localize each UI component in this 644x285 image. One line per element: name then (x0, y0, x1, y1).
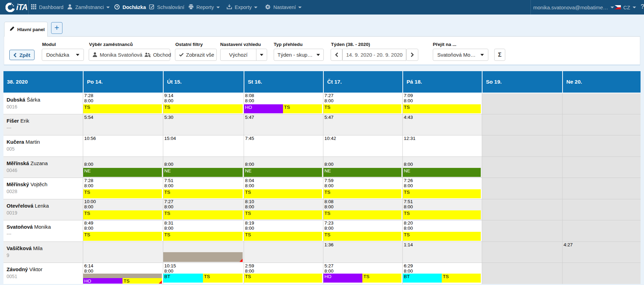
day-cell[interactable] (562, 263, 641, 284)
day-cell[interactable]: 7:45 (244, 135, 323, 156)
day-cell[interactable]: 8:00NE (323, 157, 402, 178)
day-cell[interactable]: 10:42 (323, 135, 402, 156)
absence-bar: TS (244, 189, 322, 198)
user-icon (67, 4, 72, 11)
day-cell[interactable]: 7:598:00TS (323, 178, 402, 199)
day-cell[interactable]: 5:54 (83, 114, 163, 135)
show-all-button[interactable]: Zobrazit vše (175, 49, 217, 61)
day-cell[interactable]: 8:00NE (402, 157, 482, 178)
day-cell[interactable]: 1:36 (323, 242, 402, 263)
day-cell[interactable]: 2:598:00TS (244, 263, 323, 284)
day-cell[interactable] (482, 135, 562, 156)
appearance-select[interactable]: Výchozí (220, 49, 267, 61)
day-cell[interactable]: 7:278:00TS (163, 199, 244, 220)
day-cell[interactable]: 12:31 (402, 135, 482, 156)
nav-item-dashboard[interactable]: Dashboard (31, 0, 64, 15)
day-cell[interactable] (482, 242, 562, 263)
week-prev-button[interactable] (331, 49, 342, 61)
day-cell[interactable] (562, 135, 641, 156)
employee-name-cell[interactable]: Závodný Viktor0051 (3, 263, 83, 284)
day-cell[interactable] (244, 242, 323, 263)
day-cell[interactable]: 8:498:00TS (83, 220, 163, 241)
employee-name-cell[interactable]: Dubská Šárka0016 (3, 93, 83, 114)
day-cell[interactable]: 10:56 (83, 135, 163, 156)
absence-bar: TS (403, 210, 481, 219)
day-cell[interactable]: 5:30 (163, 114, 244, 135)
day-cell[interactable] (482, 114, 562, 135)
nav-item-schvalovani[interactable]: Schvalování (149, 0, 184, 15)
day-cell[interactable]: 7:268:00TS (402, 178, 482, 199)
back-button[interactable]: Zpět (9, 50, 35, 60)
day-cell[interactable] (482, 157, 562, 178)
day-cell[interactable] (562, 178, 641, 199)
day-cell[interactable]: 7:098:00TS (402, 93, 482, 114)
day-cell[interactable] (562, 114, 641, 135)
day-cell[interactable]: 8:048:00TS (244, 178, 323, 199)
goto-select[interactable]: Svatoňová Mo… (433, 49, 488, 61)
day-cell[interactable]: 5:47 (323, 114, 402, 135)
day-cell[interactable]: 8:00NE (83, 157, 163, 178)
employee-name-cell[interactable]: Otevřelová Lenka0019 (3, 199, 83, 220)
day-cell[interactable]: 4:27 (562, 242, 641, 263)
nav-item-exporty[interactable]: Exporty (227, 0, 257, 15)
day-cell[interactable]: 8:208:00TS (402, 220, 482, 241)
day-cell[interactable]: 7:518:00TS (402, 199, 482, 220)
day-cell[interactable] (163, 242, 244, 263)
day-cell[interactable]: 7:238:00TS (323, 220, 402, 241)
employee-select[interactable]: Monika Svatoňová Obchod (89, 49, 170, 61)
day-cell[interactable]: 5:47 (244, 114, 323, 135)
day-cell[interactable]: 8:088:00TS (323, 199, 402, 220)
day-cell[interactable] (482, 93, 562, 114)
day-cell[interactable]: 8:00NE (163, 157, 244, 178)
day-cell[interactable]: 5:278:00HOTS (323, 263, 402, 284)
day-cell[interactable]: 8:318:00TS (163, 220, 244, 241)
day-cell[interactable] (562, 157, 641, 178)
modul-select[interactable]: Docházka (42, 49, 84, 61)
day-cell[interactable]: 8:108:00TS (244, 199, 323, 220)
nav-item-dochazka[interactable]: Docházka (114, 0, 146, 15)
day-cell[interactable]: 15:04 (163, 135, 244, 156)
day-cell[interactable] (562, 93, 641, 114)
nav-item-reporty[interactable]: Reporty (188, 0, 220, 15)
week-next-button[interactable] (406, 49, 418, 61)
day-cell[interactable] (562, 199, 641, 220)
day-cell[interactable] (562, 220, 641, 241)
day-cell[interactable]: 8:00NE (244, 157, 323, 178)
employee-name-cell[interactable]: Vašíčková Mila9 (3, 242, 83, 263)
add-tab-button[interactable]: + (51, 22, 62, 34)
day-cell[interactable]: 10:008:00TS (83, 199, 163, 220)
absence-segment-NE: NE (163, 168, 243, 177)
employee-name-cell[interactable]: Měřínský Vojtěch0028 (3, 178, 83, 199)
day-cell[interactable]: 8:198:00TS (244, 220, 323, 241)
day-cell[interactable]: 9:148:00TS (163, 93, 244, 114)
help-button[interactable]: ? (641, 3, 644, 10)
nav-item-zamestnanci[interactable]: Zaměstnanci (67, 0, 110, 15)
week-range-input[interactable]: 14. 9. 2020 - 20. 9. 2020 (342, 49, 406, 61)
app-logo[interactable]: iTA (6, 0, 27, 15)
day-cell[interactable]: 6:298:00BTTS (402, 263, 482, 284)
day-cell[interactable]: 7:278:00TS (323, 93, 402, 114)
employee-name-cell[interactable]: Měřínská Zuzana0046 (3, 157, 83, 178)
day-cell[interactable]: 7:288:00TS (83, 178, 163, 199)
language-menu[interactable]: CZ (615, 0, 636, 15)
day-cell[interactable]: 6:148:00HOTS (83, 263, 163, 284)
user-menu[interactable]: monika.svatonova@mobatime… (533, 0, 614, 15)
day-cell[interactable] (482, 199, 562, 220)
day-cell[interactable] (482, 178, 562, 199)
day-cell[interactable]: 7:288:00TS (83, 93, 163, 114)
employee-name-cell[interactable]: Fišer Erik--- (3, 114, 83, 135)
tab-main-panel[interactable]: Hlavní panel (4, 22, 48, 37)
day-cell[interactable] (83, 242, 163, 263)
day-cell[interactable]: 10:158:00BTTS (163, 263, 244, 284)
nav-item-nastaveni[interactable]: Nastavení (265, 0, 302, 15)
day-cell[interactable]: 8:088:00HOTS (244, 93, 323, 114)
sum-button[interactable]: Σ (494, 49, 505, 61)
day-cell[interactable]: 1:14 (402, 242, 482, 263)
view-type-select[interactable]: Týden - skup… (274, 49, 324, 61)
day-cell[interactable] (482, 220, 562, 241)
day-cell[interactable]: 7:518:00TS (163, 178, 244, 199)
day-cell[interactable] (482, 263, 562, 284)
employee-name-cell[interactable]: Svatoňová Monika--- (3, 220, 83, 241)
day-cell[interactable]: 4:43 (402, 114, 482, 135)
employee-name-cell[interactable]: Kučera Martin005 (3, 135, 83, 156)
